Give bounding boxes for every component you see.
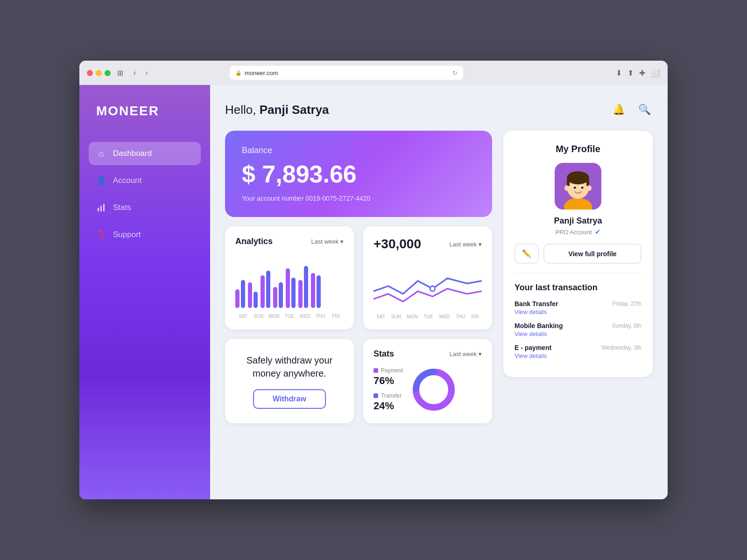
right-panel: My Profile [503,131,653,423]
lock-icon: 🔒 [235,70,242,76]
stats-donut-header: Stats Last week ▾ [374,349,482,359]
balance-account-number: Your account number 0019-0075-2727-4420 [242,195,475,202]
bar-tue-blue [279,282,283,308]
transaction-date-2: Wednesday, 3th [601,344,641,351]
transaction-row-2: E - payment Wednesday, 3th [514,344,641,351]
transaction-row-1: Mobile Banking Sunday, 8th [514,322,641,329]
bar-sat-purple [235,289,240,308]
donut-svg [410,366,457,413]
edit-profile-button[interactable]: ✏️ [514,244,539,264]
address-bar[interactable]: 🔒 moneer.com ↻ [230,66,463,80]
svg-rect-2 [103,204,105,211]
svg-point-16 [581,187,584,189]
line-label-sat: SAT [376,314,385,319]
line-chart-svg [374,263,482,309]
bar-group-tue [273,282,283,308]
transfer-pct: 24% [374,400,403,412]
transaction-name-2: E - payment [514,344,551,351]
browser-nav: ‹ › [131,68,151,78]
transaction-date-0: Friday, 27th [613,301,641,307]
svg-point-17 [564,185,569,191]
dot-close[interactable] [87,70,93,76]
sidebar-label-dashboard: Dashboard [113,149,152,158]
bar-group-sat [235,280,245,308]
bar-group-fri [311,273,321,308]
browser-window: ⊞ ‹ › 🔒 moneer.com ↻ ⬇ ⬆ ✚ ⬜ MONEER ⌂ Da… [79,61,668,499]
dot-maximize[interactable] [105,70,111,76]
chart-label-tue: TUE [282,314,297,319]
sidebar-item-support[interactable]: ❓ Support [89,223,201,246]
sidebar-item-dashboard[interactable]: ⌂ Dashboard [89,142,201,165]
verified-icon: ✔ [595,228,601,236]
sidebar-label-support: Support [113,230,141,239]
withdraw-text: Safely withdraw your money anywhere. [236,354,343,380]
stats-icon [96,203,106,213]
line-chart-labels: SAT SUN MON TUE WED THU FRI [374,314,482,319]
analytics-title: Analytics [235,237,273,246]
notification-button[interactable]: 🔔 [611,102,627,118]
forward-button[interactable]: › [142,68,150,78]
stats-period-selector[interactable]: Last week ▾ [449,350,482,357]
browser-chrome: ⊞ ‹ › 🔒 moneer.com ↻ ⬇ ⬆ ✚ ⬜ [79,61,668,85]
line-label-tue: TUE [424,314,433,319]
profile-avatar [555,163,601,210]
bar-thu-purple [298,280,303,308]
chart-label-wed: WED [297,314,313,319]
charts-row: Analytics Last week ▾ [225,226,492,329]
transfer-dot [374,393,378,398]
dot-minimize[interactable] [96,70,102,76]
line-stats-value: +30,000 [374,237,421,252]
view-profile-button[interactable]: View full profile [543,244,641,264]
sidebar-nav: ⌂ Dashboard 👤 Account Stats [79,142,210,246]
stats-period-text: Last week [449,350,477,357]
svg-point-18 [587,185,592,191]
line-label-thu: THU [456,314,465,319]
transaction-link-1[interactable]: View details [514,330,641,337]
transaction-item-2: E - payment Wednesday, 3th View details [514,344,641,359]
sidebar-toggle-button[interactable]: ⊞ [117,69,123,77]
download-icon[interactable]: ⬇ [616,69,622,77]
transactions-title: Your last transaction [514,283,641,293]
transaction-date-1: Sunday, 8th [612,322,641,329]
payment-label: Payment [381,367,403,374]
bar-fri-blue [317,275,321,308]
line-period-text: Last week [449,241,477,248]
home-icon: ⌂ [96,148,106,159]
line-label-mon: MON [407,314,418,319]
sidebar-item-stats[interactable]: Stats [89,196,201,219]
svg-rect-1 [100,206,102,211]
bar-tue-purple [273,287,277,308]
content-grid: Balance $ 7,893.66 Your account number 0… [225,131,653,423]
analytics-bar-chart [235,254,344,310]
donut-chart [410,366,457,413]
transaction-link-2[interactable]: View details [514,352,641,359]
svg-rect-0 [98,208,99,211]
chart-label-mon: MON [266,314,282,319]
bar-wed-purple [286,268,290,308]
back-button[interactable]: ‹ [131,68,139,78]
withdraw-button[interactable]: Withdraw [253,389,326,409]
analytics-chart-labels: SAT SUN MON TUE WED THU FRI [235,314,344,319]
transaction-link-0[interactable]: View details [514,308,641,315]
tabs-icon[interactable]: ⬜ [651,69,660,77]
balance-amount: $ 7,893.66 [242,160,475,188]
svg-point-15 [574,187,576,189]
greeting-name: Panji Satrya [260,103,329,117]
bar-sun-purple [248,282,252,308]
browser-dots [87,70,111,76]
share-icon[interactable]: ⬆ [627,69,634,77]
newtab-icon[interactable]: ✚ [639,69,645,77]
bar-group-sun [248,282,258,308]
reload-icon[interactable]: ↻ [452,70,458,77]
profile-actions: ✏️ View full profile [514,244,641,264]
search-button[interactable]: 🔍 [636,102,653,118]
sidebar-item-account[interactable]: 👤 Account [89,169,201,192]
account-icon: 👤 [96,175,106,186]
transfer-label: Transfer [381,392,402,399]
page-header: Hello, Panji Satrya 🔔 🔍 [225,102,653,118]
bar-sat-blue [241,280,245,308]
line-period-selector[interactable]: Last week ▾ [449,241,482,248]
pro-account-label: PRO Account [555,229,592,236]
header-actions: 🔔 🔍 [611,102,653,118]
analytics-period-selector[interactable]: Last week ▾ [311,238,344,245]
